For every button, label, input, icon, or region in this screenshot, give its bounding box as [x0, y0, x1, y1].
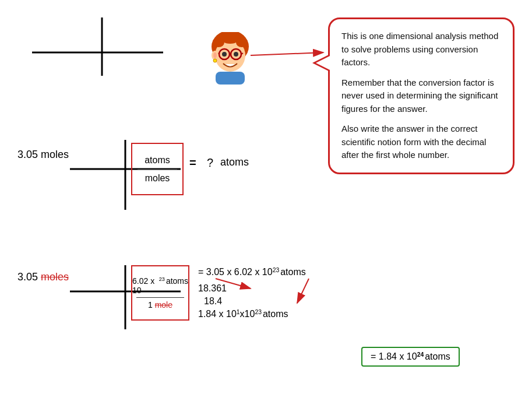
- bottom-fraction-box: 6.02 x 1023atoms 1 mole: [131, 265, 189, 321]
- answer-unit: atoms: [425, 351, 450, 362]
- svg-point-10: [222, 52, 227, 57]
- bubble-paragraph2: Remember that the conversion factor is n…: [341, 76, 501, 116]
- svg-point-14: [213, 59, 217, 62]
- bottom-numerator-container: 6.02 x 1023atoms: [132, 276, 188, 295]
- bottom-moles-number: 3.05: [17, 271, 41, 283]
- svg-point-11: [234, 52, 238, 57]
- rhs-exp: 23: [273, 267, 280, 273]
- calc-step2: 18.4: [204, 296, 306, 307]
- calc-step1: 18.361: [198, 283, 306, 294]
- rhs-unit: atoms: [280, 267, 306, 277]
- fraction-divider: [136, 297, 184, 298]
- svg-point-4: [236, 38, 248, 47]
- rhs-calc: = 3.05 x 6.02 x 1023atoms 18.361 18.4 1.…: [198, 267, 306, 319]
- answer-box: = 1.84 x 1024atoms: [361, 347, 460, 367]
- calc-step3: 1.84 x 101 x1023atoms: [198, 309, 306, 319]
- character-avatar: [207, 32, 253, 85]
- svg-rect-15: [216, 72, 245, 85]
- answer-exp: 24: [417, 351, 424, 358]
- speech-bubble: This is one dimensional analysis method …: [328, 17, 515, 174]
- middle-moles-label: 3.05 moles: [17, 149, 69, 161]
- middle-equals: =: [189, 156, 196, 170]
- svg-point-13: [213, 52, 217, 58]
- middle-section: 3.05 moles: [17, 149, 77, 161]
- rhs-text: = 3.05 x 6.02 x 10: [198, 267, 273, 277]
- bottom-moles-label: 3.05 moles: [17, 271, 69, 283]
- bottom-denominator-prefix: 1: [148, 300, 155, 309]
- middle-answer-unit: atoms: [220, 156, 249, 168]
- answer-prefix: = 1.84 x 10: [371, 351, 417, 362]
- svg-point-3: [213, 38, 224, 47]
- bottom-numerator-exp: 23: [159, 276, 165, 282]
- bottom-numerator-prefix: 6.02 x 10: [132, 276, 159, 295]
- step3-prefix: 1.84 x 10: [198, 309, 237, 319]
- step3-unit: atoms: [263, 309, 288, 319]
- bubble-paragraph1: This is one dimensional analysis method …: [341, 30, 501, 69]
- middle-denominator: moles: [145, 173, 170, 184]
- middle-question: ?: [207, 156, 213, 170]
- middle-fraction-box: atoms moles: [131, 143, 184, 195]
- bubble-paragraph3: Also write the answer in the correct sci…: [341, 122, 501, 162]
- rhs-line1: = 3.05 x 6.02 x 1023atoms: [198, 267, 306, 277]
- bottom-moles-strike: moles: [41, 271, 69, 283]
- middle-numerator: atoms: [145, 155, 170, 166]
- step3-exp2: 23: [255, 309, 262, 315]
- bottom-denominator-container: 1 mole: [148, 300, 172, 309]
- step3-middle: x10: [240, 309, 255, 319]
- bottom-numerator-unit: atoms: [166, 276, 188, 286]
- bottom-denominator-strike: mole: [155, 300, 172, 309]
